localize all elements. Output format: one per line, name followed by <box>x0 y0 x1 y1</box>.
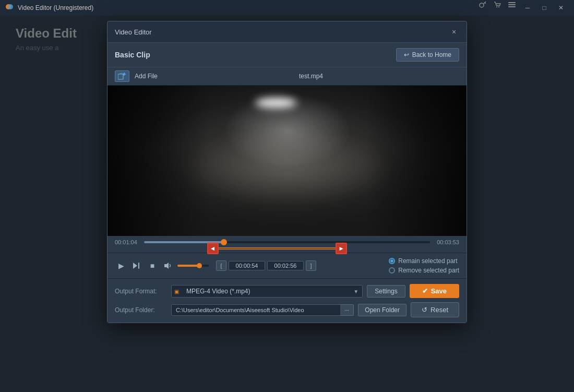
folder-row: Output Folder: ··· Open Folder ↺ Reset <box>115 302 459 317</box>
open-folder-button[interactable]: Open Folder <box>358 304 406 316</box>
app-icon <box>5 4 14 12</box>
folder-label: Output Folder: <box>115 306 167 314</box>
folder-path-input[interactable] <box>171 304 354 316</box>
time-display: [ ] <box>216 260 316 271</box>
svg-point-6 <box>498 7 499 8</box>
title-bar: Video Editor (Unregistered) ─ □ ✕ <box>0 0 574 16</box>
menu-icon[interactable] <box>507 0 517 9</box>
save-label: Save <box>431 287 447 295</box>
folder-browse-button[interactable]: ··· <box>340 304 354 316</box>
close-button[interactable]: ✕ <box>553 0 569 16</box>
svg-rect-9 <box>508 6 516 7</box>
add-file-label[interactable]: Add File <box>135 73 158 80</box>
reset-icon: ↺ <box>422 306 427 314</box>
stop-button[interactable]: ■ <box>146 259 159 272</box>
modal-header-title: Video Editor <box>115 28 152 36</box>
trim-left-icon: ◄ <box>210 245 216 252</box>
reset-button-container: ↺ Reset <box>411 302 459 317</box>
time-start-input[interactable] <box>229 261 265 270</box>
modal-overlay: Video Editor × Basic Clip ↩ Back to Home <box>0 16 574 392</box>
minimize-button[interactable]: ─ <box>520 0 535 16</box>
svg-line-4 <box>485 3 486 4</box>
remain-radio-dot[interactable] <box>389 258 395 264</box>
video-fog-effect <box>180 130 395 206</box>
radio-group: Remain selected part Remove selected par… <box>389 257 459 274</box>
time-bracket-end-button[interactable]: ] <box>306 260 316 271</box>
save-icon: ✔ <box>422 287 428 295</box>
settings-button[interactable]: Settings <box>367 285 405 298</box>
modal-dialog: Video Editor × Basic Clip ↩ Back to Home <box>107 21 467 323</box>
time-start: 00:01:04 <box>115 239 142 245</box>
trim-selected-region <box>207 247 336 250</box>
trim-track: ◄ ► <box>144 246 430 251</box>
volume-track[interactable] <box>177 265 209 267</box>
key-icon[interactable] <box>478 0 487 9</box>
trim-handle-left[interactable]: ◄ <box>207 243 219 254</box>
modal-close-button[interactable]: × <box>449 27 459 37</box>
cart-icon[interactable] <box>493 0 502 9</box>
app-title: Video Editor (Unregistered) <box>18 4 476 11</box>
svg-point-1 <box>8 4 13 9</box>
format-icon: ▣ <box>174 288 179 294</box>
reset-button[interactable]: ↺ Reset <box>411 302 459 317</box>
trim-handle-right[interactable]: ► <box>336 243 347 254</box>
svg-rect-7 <box>508 2 516 3</box>
modal-body: Basic Clip ↩ Back to Home Add File <box>107 43 467 323</box>
folder-input-wrapper: ··· <box>171 304 354 316</box>
modal-header: Video Editor × <box>107 21 467 43</box>
progress-thumb[interactable] <box>221 239 227 245</box>
svg-rect-8 <box>508 4 516 5</box>
video-light-effect <box>255 98 297 108</box>
controls-row: ▶ ■ <box>107 253 467 278</box>
play-button[interactable]: ▶ <box>115 259 127 272</box>
clip-header: Basic Clip ↩ Back to Home <box>107 43 467 67</box>
svg-rect-14 <box>138 263 139 269</box>
remove-radio-label: Remove selected part <box>398 267 459 274</box>
reset-label: Reset <box>430 306 448 314</box>
format-select[interactable]: MPEG-4 Video (*.mp4) <box>171 285 363 298</box>
back-to-home-button[interactable]: ↩ Back to Home <box>396 48 459 62</box>
settings-area: Output Format: ▣ MPEG-4 Video (*.mp4) ▼ … <box>107 278 467 323</box>
time-bracket-start-button[interactable]: [ <box>216 260 226 271</box>
next-frame-button[interactable] <box>130 259 143 272</box>
timeline-area: 00:01:04 00:03:53 ◄ ► <box>107 236 467 253</box>
format-row: Output Format: ▣ MPEG-4 Video (*.mp4) ▼ … <box>115 284 459 298</box>
add-file-icon[interactable] <box>115 70 129 82</box>
volume-button[interactable] <box>162 259 174 272</box>
svg-rect-10 <box>118 74 123 79</box>
svg-marker-13 <box>133 263 137 269</box>
action-buttons: ✔ Save <box>410 284 459 298</box>
progress-track[interactable] <box>144 241 430 243</box>
volume-thumb <box>197 263 202 268</box>
video-scene <box>107 86 467 236</box>
volume-fill <box>177 265 199 267</box>
remain-radio-label: Remain selected part <box>398 257 457 265</box>
svg-marker-15 <box>164 263 169 269</box>
clip-title: Basic Clip <box>115 51 150 59</box>
timeline-row: 00:01:04 00:03:53 <box>115 239 459 245</box>
format-label: Output Format: <box>115 288 167 295</box>
maximize-button[interactable]: □ <box>536 0 552 16</box>
svg-point-5 <box>496 7 497 8</box>
remain-selected-radio[interactable]: Remain selected part <box>389 257 459 265</box>
save-button[interactable]: ✔ Save <box>410 284 459 298</box>
remove-selected-radio[interactable]: Remove selected part <box>389 267 459 274</box>
time-end-input[interactable] <box>267 261 304 270</box>
file-bar: Add File test.mp4 <box>107 67 467 86</box>
time-end: 00:03:53 <box>432 239 459 245</box>
trim-right-icon: ► <box>338 245 344 252</box>
video-player <box>107 86 467 236</box>
back-icon: ↩ <box>404 51 409 58</box>
file-name: test.mp4 <box>163 73 459 80</box>
trim-handles-row: ◄ ► <box>115 245 459 251</box>
format-select-wrapper: ▣ MPEG-4 Video (*.mp4) ▼ <box>171 285 363 298</box>
window-controls: ─ □ ✕ <box>476 0 569 16</box>
back-to-home-label: Back to Home <box>412 51 451 58</box>
remove-radio-dot[interactable] <box>389 267 395 274</box>
